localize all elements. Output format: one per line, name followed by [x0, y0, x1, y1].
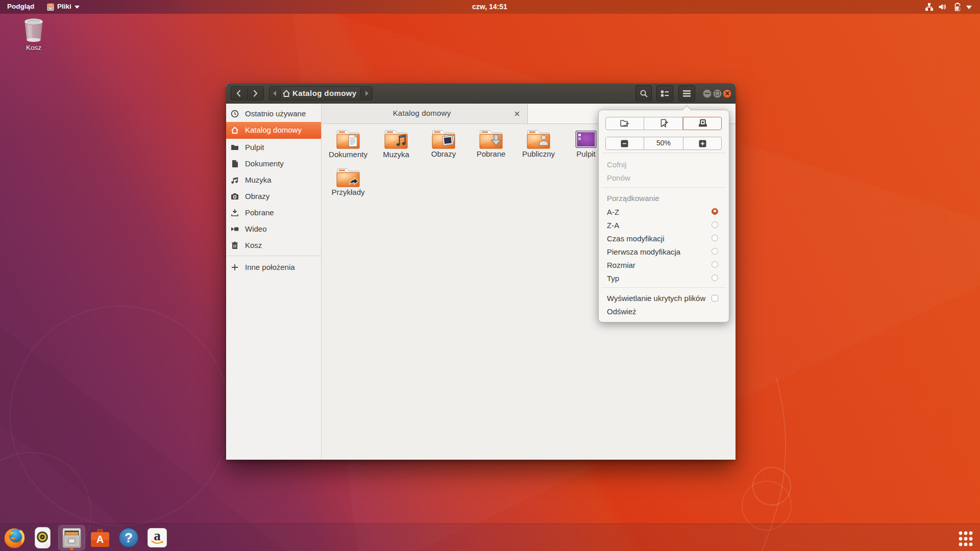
svg-text:A: A — [96, 534, 104, 545]
svg-text:a: a — [154, 528, 161, 543]
svg-text:?: ? — [125, 530, 133, 545]
